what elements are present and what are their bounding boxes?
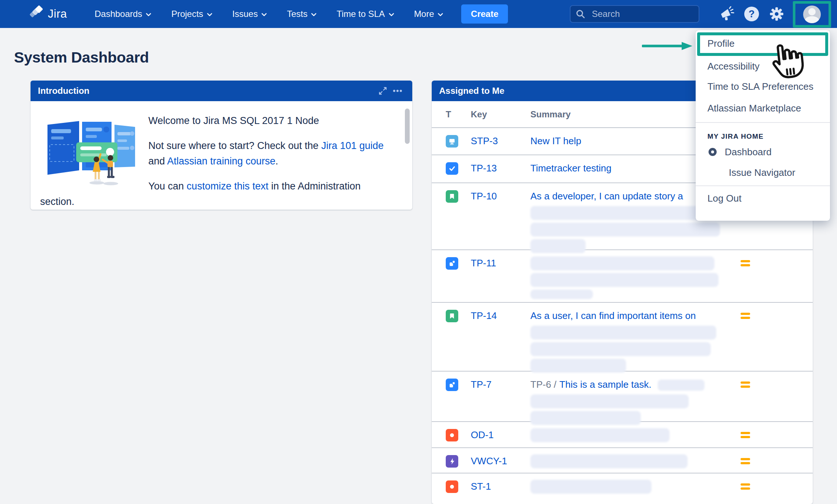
search-box: [570, 5, 699, 23]
priority-medium-icon: [741, 381, 750, 388]
issue-key-link[interactable]: VWCY-1: [471, 454, 530, 468]
issue-type-incident-icon: [446, 455, 458, 468]
jira-101-guide-link[interactable]: Jira 101 guide: [321, 140, 384, 151]
menu-item-accessibility[interactable]: Accessibility: [696, 57, 830, 76]
issue-key-link[interactable]: TP-14: [471, 308, 530, 323]
priority-medium-icon: [741, 260, 750, 266]
issue-type-bug-icon: [446, 429, 458, 441]
introduction-gadget-body: Welcome to Jira MS SQL 2017 1 Node Not s…: [31, 101, 412, 210]
issue-key-link[interactable]: ST-1: [471, 479, 530, 494]
main-menu: Dashboards Projects Issues Tests Time to…: [85, 0, 453, 28]
redacted-text-line: [530, 239, 586, 253]
profile-dropdown-menu: Profile Accessibility Time to SLA Prefer…: [696, 30, 830, 221]
issue-type-task-icon: [446, 162, 458, 175]
menu-item-log-out[interactable]: Log Out: [696, 186, 830, 210]
issue-key-link[interactable]: TP-7: [471, 377, 530, 392]
priority-medium-icon: [741, 483, 750, 490]
menu-option-dashboard[interactable]: Dashboard: [696, 141, 830, 163]
chevron-down-icon: [146, 13, 151, 17]
chevron-down-icon: [311, 13, 317, 17]
issue-summary-link[interactable]: As a user, I can find important items on: [530, 310, 696, 321]
customize-this-text-link[interactable]: customize this text: [187, 181, 268, 192]
jira-logo[interactable]: Jira: [28, 6, 67, 22]
table-row: VWCY-1: [432, 448, 813, 473]
issue-summary-link[interactable]: Timetracker testing: [530, 163, 611, 174]
table-row: ST-1: [432, 473, 813, 504]
menu-dashboards[interactable]: Dashboards: [85, 0, 161, 28]
menu-projects[interactable]: Projects: [161, 0, 222, 28]
user-avatar[interactable]: [803, 6, 821, 23]
teamwork-illustration: [45, 111, 137, 187]
top-navigation-bar: Jira Dashboards Projects Issues Tests Ti…: [0, 0, 837, 28]
settings-gear-icon[interactable]: [766, 4, 787, 24]
intro-scrollbar-thumb[interactable]: [405, 109, 410, 144]
jira-logo-icon: [28, 6, 43, 22]
redacted-text-line: [530, 290, 593, 299]
menu-item-time-to-sla-preferences[interactable]: Time to SLA Preferences: [696, 76, 830, 97]
my-jira-home-section-label: MY JIRA HOME: [696, 123, 830, 141]
issue-type-subtask-icon: [446, 257, 458, 270]
issue-type-subtask-icon: [446, 379, 458, 391]
redacted-text-line: [530, 480, 651, 494]
redacted-text-line: [530, 326, 716, 340]
atlassian-training-course-link[interactable]: Atlassian training course: [167, 156, 275, 167]
table-row: TP-7 TP-6 /This is a sample task.: [432, 372, 813, 422]
issue-key-link[interactable]: STP-3: [471, 134, 530, 148]
menu-more[interactable]: More: [404, 0, 453, 28]
issue-type-story-icon: [446, 190, 458, 203]
priority-medium-icon: [741, 432, 750, 438]
hand-cursor-icon: [762, 40, 808, 89]
table-row: TP-11: [432, 250, 813, 303]
menu-time-to-sla[interactable]: Time to SLA: [326, 0, 404, 28]
chevron-down-icon: [261, 13, 267, 17]
redacted-text-line: [530, 394, 689, 408]
issue-type-it-help-icon: [446, 135, 458, 148]
chevron-down-icon: [207, 13, 212, 17]
more-options-icon[interactable]: [390, 84, 405, 98]
menu-option-issue-navigator[interactable]: Issue Navigator: [696, 163, 830, 182]
expand-icon[interactable]: [375, 84, 390, 98]
redacted-text-line: [530, 256, 714, 270]
issue-key-link[interactable]: TP-11: [471, 256, 530, 270]
search-icon: [576, 9, 585, 20]
issue-type-bug-icon: [446, 480, 458, 493]
redacted-text-line: [530, 273, 718, 287]
issue-key-link[interactable]: OD-1: [471, 427, 530, 442]
help-icon[interactable]: ?: [741, 4, 762, 24]
gadget-title: Assigned to Me: [439, 86, 504, 96]
redacted-text-line: [530, 454, 688, 468]
column-key: Key: [471, 109, 530, 120]
parent-issue-key: TP-6 /: [530, 379, 557, 390]
nav-right-cluster: ?: [570, 0, 831, 28]
redacted-text-inline: [658, 380, 704, 391]
priority-medium-icon: [741, 313, 750, 319]
redacted-text-line: [530, 359, 626, 373]
brand-name: Jira: [48, 7, 67, 21]
introduction-gadget: Introduction: [31, 81, 412, 210]
issue-key-link[interactable]: TP-10: [471, 189, 530, 203]
issue-summary-link[interactable]: As a developer, I can update story a: [530, 191, 683, 202]
profile-avatar-highlight-box: [793, 1, 831, 28]
redacted-text-line: [530, 428, 670, 442]
menu-issues[interactable]: Issues: [222, 0, 277, 28]
priority-medium-icon: [741, 458, 750, 464]
page-title: System Dashboard: [14, 49, 149, 66]
issue-key-link[interactable]: TP-13: [471, 161, 530, 175]
annotation-arrow: [642, 40, 693, 52]
redacted-text-line: [530, 206, 703, 220]
redacted-text-line: [530, 411, 641, 425]
redacted-text-line: [530, 342, 711, 356]
table-row: TP-14 As a user, I can find important it…: [432, 303, 813, 372]
column-type: T: [446, 109, 471, 120]
announcement-icon[interactable]: [716, 4, 737, 24]
menu-tests[interactable]: Tests: [277, 0, 326, 28]
menu-item-atlassian-marketplace[interactable]: Atlassian Marketplace: [696, 97, 830, 119]
issue-type-story-icon: [446, 310, 458, 322]
gadget-title: Introduction: [38, 86, 89, 96]
introduction-gadget-header: Introduction: [31, 81, 412, 101]
issue-summary-link[interactable]: This is a sample task.: [559, 379, 651, 390]
create-button[interactable]: Create: [461, 4, 508, 24]
issue-summary-link[interactable]: New IT help: [530, 135, 581, 146]
search-input[interactable]: [570, 5, 699, 23]
radio-selected-icon[interactable]: [709, 148, 717, 156]
